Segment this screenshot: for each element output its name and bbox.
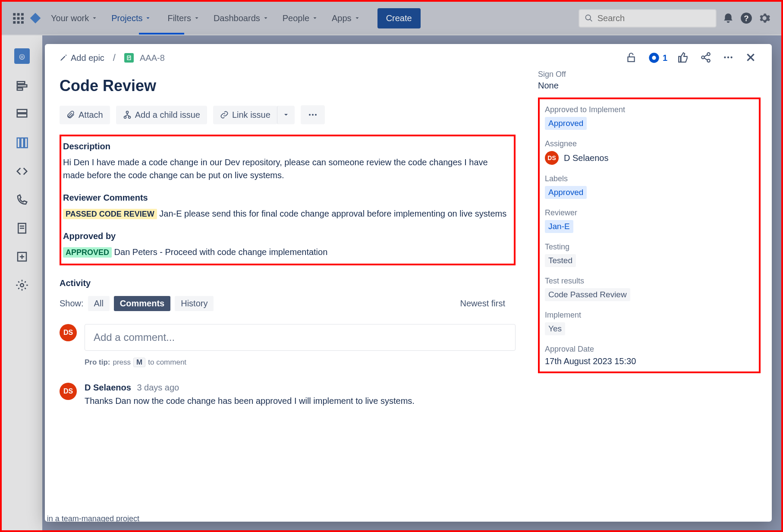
sidebar-roadmap-icon[interactable]: [16, 79, 28, 92]
nav-your-work[interactable]: Your work: [47, 10, 102, 27]
nav-active-underline: [139, 33, 184, 35]
field-reviewer-label: Reviewer: [545, 208, 754, 217]
approved-tag: APPROVED: [63, 247, 112, 258]
nav-people[interactable]: People: [278, 10, 322, 27]
svg-point-30: [652, 56, 656, 60]
like-icon[interactable]: [678, 52, 690, 64]
side-fields-highlight-box: Approved to Implement Approved Assignee …: [538, 98, 761, 373]
action-toolbar: Attach Add a child issue Link issue: [60, 105, 516, 124]
app-switcher-icon[interactable]: [12, 12, 24, 24]
add-child-button[interactable]: Add a child issue: [116, 106, 207, 124]
svg-rect-7: [17, 21, 20, 24]
sidebar-settings-icon[interactable]: [16, 279, 28, 292]
svg-point-41: [126, 111, 128, 113]
modal-header: Add epic / AAA-8 1: [45, 44, 772, 64]
eye-icon: [648, 52, 660, 64]
svg-rect-15: [17, 88, 23, 90]
field-approved-value[interactable]: Approved: [545, 117, 587, 130]
field-implement-value[interactable]: Yes: [545, 322, 565, 335]
jira-logo-icon[interactable]: [29, 12, 41, 24]
create-button[interactable]: Create: [377, 8, 421, 28]
field-assignee-value[interactable]: DS D Selaenos: [545, 151, 754, 165]
comment-input[interactable]: Add a comment...: [85, 324, 516, 351]
svg-rect-1: [17, 13, 20, 16]
sidebar-board-icon[interactable]: [16, 136, 28, 149]
comment-author-avatar: DS: [60, 383, 77, 400]
tab-comments[interactable]: Comments: [114, 296, 170, 311]
watchers-button[interactable]: 1: [648, 52, 667, 64]
field-labels-label: Labels: [545, 174, 754, 183]
field-approvaldate-value[interactable]: 17th August 2023 15:30: [545, 356, 754, 366]
activity-title: Activity: [60, 278, 516, 288]
approved-by-label: Approved by: [63, 231, 509, 241]
help-icon[interactable]: ?: [740, 12, 753, 25]
signoff-value[interactable]: None: [538, 81, 761, 91]
sidebar-backlog-icon[interactable]: [16, 108, 28, 121]
project-avatar-icon[interactable]: ◎: [14, 48, 30, 64]
more-actions-icon[interactable]: [723, 52, 735, 64]
description-highlight-box: Description Hi Den I have made a code ch…: [60, 135, 516, 265]
comment-author[interactable]: D Selaenos: [85, 383, 131, 392]
link-issue-button[interactable]: Link issue: [213, 106, 277, 124]
passed-review-tag: PASSED CODE REVIEW: [63, 209, 157, 219]
svg-rect-2: [21, 13, 24, 16]
search-input[interactable]: [579, 9, 717, 28]
svg-line-35: [704, 58, 708, 60]
share-icon[interactable]: [700, 52, 712, 64]
tab-all[interactable]: All: [88, 296, 110, 311]
sidebar-shortcut-icon[interactable]: [16, 250, 28, 263]
link-dropdown[interactable]: [277, 106, 295, 124]
chevron-down-icon: [283, 111, 289, 118]
field-testresults-label: Test results: [545, 277, 754, 286]
tab-history[interactable]: History: [175, 296, 214, 311]
nav-projects[interactable]: Projects: [107, 10, 158, 27]
current-user-avatar: DS: [60, 324, 77, 341]
svg-rect-0: [13, 13, 16, 16]
field-labels-value[interactable]: Approved: [545, 186, 587, 199]
search-icon: [585, 13, 593, 23]
svg-point-46: [315, 114, 317, 116]
left-sidebar: ◎: [2, 35, 42, 530]
close-icon[interactable]: [745, 52, 757, 64]
pencil-icon: [60, 54, 67, 62]
sort-button[interactable]: Newest first: [460, 299, 516, 308]
field-testing-value[interactable]: Tested: [545, 254, 576, 267]
notifications-icon[interactable]: [722, 12, 735, 25]
svg-point-9: [585, 15, 591, 20]
sidebar-pages-icon[interactable]: [16, 222, 28, 235]
attach-button[interactable]: Attach: [60, 106, 110, 124]
svg-point-27: [20, 283, 24, 287]
svg-rect-20: [25, 138, 27, 148]
add-epic-button[interactable]: Add epic: [60, 53, 104, 63]
svg-point-38: [730, 57, 732, 58]
search-field[interactable]: [597, 13, 711, 23]
reviewer-comments-body: Jan-E please send this for final code ch…: [159, 209, 506, 218]
issue-title[interactable]: Code Review: [60, 77, 516, 95]
activity-tabs-row: Show: All Comments History Newest first: [60, 296, 516, 311]
field-testresults-value[interactable]: Code Passed Review: [545, 288, 630, 301]
nav-filters[interactable]: Filters: [163, 10, 204, 27]
svg-line-34: [704, 55, 708, 57]
tree-icon: [123, 110, 132, 119]
lock-icon[interactable]: [626, 52, 638, 64]
settings-icon[interactable]: [758, 12, 771, 25]
issue-key[interactable]: AAA-8: [140, 53, 165, 63]
description-text[interactable]: Hi Den I have made a code change in our …: [63, 156, 509, 182]
show-label: Show:: [60, 299, 84, 308]
nav-dashboards[interactable]: Dashboards: [209, 10, 273, 27]
nav-apps[interactable]: Apps: [327, 10, 365, 27]
sidebar-code-icon[interactable]: [16, 165, 28, 178]
description-label: Description: [63, 142, 509, 151]
add-epic-label: Add epic: [71, 53, 104, 63]
svg-rect-18: [17, 138, 20, 148]
more-toolbar-button[interactable]: [301, 105, 325, 124]
svg-rect-17: [17, 114, 27, 117]
svg-point-42: [124, 116, 126, 118]
svg-rect-14: [17, 85, 27, 87]
sidebar-oncall-icon[interactable]: [16, 193, 28, 206]
comment-time: 3 days ago: [137, 383, 179, 392]
comment-item: DS D Selaenos 3 days ago Thanks Dan now …: [60, 383, 516, 406]
comment-body: Thanks Dan now the code change has been …: [85, 396, 415, 406]
field-reviewer-value[interactable]: Jan-E: [545, 220, 573, 233]
comment-protip: Pro tip: press M to comment: [85, 358, 516, 367]
